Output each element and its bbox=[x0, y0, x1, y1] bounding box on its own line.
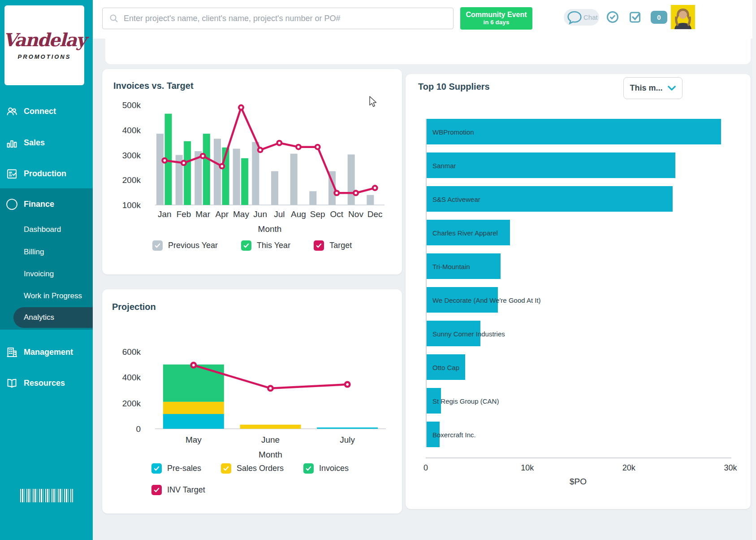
community-event-subtitle: in 6 days bbox=[484, 19, 510, 26]
checkbox-checked-icon bbox=[152, 240, 163, 251]
global-search bbox=[102, 8, 454, 29]
notification-badge[interactable]: 0 bbox=[651, 11, 667, 24]
sidebar-label: Management bbox=[24, 348, 73, 357]
svg-text:Nov: Nov bbox=[348, 209, 363, 219]
dollar-circle-icon: $ bbox=[6, 198, 18, 210]
svg-text:0: 0 bbox=[136, 424, 141, 434]
sidebar: Vandelay PROMOTIONS Connect Sales Produc… bbox=[0, 0, 93, 540]
supplier-row: WBPromotion bbox=[427, 119, 731, 144]
company-logo[interactable]: Vandelay PROMOTIONS bbox=[4, 5, 84, 85]
community-event-button[interactable]: Community Event in 6 days bbox=[460, 7, 532, 30]
supplier-row: St Regis Group (CAN) bbox=[427, 388, 731, 414]
invoices-chart-title: Invoices vs. Target bbox=[113, 81, 194, 91]
sidebar-subitem-dashboard[interactable]: Dashboard bbox=[0, 221, 93, 239]
suppliers-chart-title: Top 10 Suppliers bbox=[418, 82, 490, 92]
legend-label: Target bbox=[329, 241, 352, 250]
chat-label: Chat bbox=[583, 13, 598, 21]
supplier-label: WBPromotion bbox=[432, 128, 474, 135]
book-icon bbox=[6, 377, 18, 389]
sidebar-label: Sales bbox=[24, 138, 45, 148]
svg-text:Dec: Dec bbox=[367, 209, 383, 219]
suppliers-axis-label: $PO bbox=[426, 477, 730, 487]
svg-text:Month: Month bbox=[259, 450, 282, 459]
svg-text:June: June bbox=[261, 435, 280, 444]
sidebar-subitem-work-in-progress[interactable]: Work in Progress bbox=[0, 287, 93, 305]
legend-invoices[interactable]: Invoices bbox=[303, 463, 349, 474]
projection-legend-row1: Pre-sales Sales Orders Invoices bbox=[151, 463, 349, 474]
supplier-row: Sanmar bbox=[427, 152, 731, 178]
svg-text:Jun: Jun bbox=[253, 209, 267, 219]
invoices-chart-canvas: 100k200k300k400k500kJanFebMarAprMayJunJu… bbox=[108, 99, 393, 235]
legend-previous-year[interactable]: Previous Year bbox=[152, 240, 218, 251]
projection-chart-canvas: 0200k400k600kMayJuneJulyMonth bbox=[108, 315, 393, 465]
sidebar-sublabel: Dashboard bbox=[24, 225, 61, 234]
svg-text:Mar: Mar bbox=[195, 209, 210, 219]
checkbox-checked-icon bbox=[151, 485, 162, 495]
sidebar-item-connect[interactable]: Connect bbox=[0, 100, 93, 123]
collapsed-top-card bbox=[105, 39, 751, 64]
sidebar-sublabel: Work in Progress bbox=[24, 292, 82, 300]
period-filter-dropdown[interactable]: This m... bbox=[623, 77, 683, 99]
sidebar-item-finance[interactable]: $ Finance bbox=[0, 192, 93, 216]
legend-pre-sales[interactable]: Pre-sales bbox=[151, 463, 201, 474]
legend-inv-target[interactable]: INV Target bbox=[151, 485, 205, 495]
tasks-button[interactable] bbox=[629, 10, 642, 24]
svg-text:May: May bbox=[233, 209, 249, 219]
chevron-down-icon bbox=[667, 85, 676, 91]
sidebar-item-management[interactable]: Management bbox=[0, 340, 93, 364]
svg-text:Jan: Jan bbox=[158, 209, 172, 219]
axis-tick-label: 30k bbox=[724, 463, 737, 473]
checkbox-check-icon bbox=[629, 10, 642, 24]
sidebar-subitem-invoicing[interactable]: Invoicing bbox=[0, 265, 93, 283]
sidebar-item-sales[interactable]: Sales bbox=[0, 131, 93, 154]
supplier-label: S&S Activewear bbox=[432, 195, 480, 203]
supplier-row: Charles River Apparel bbox=[427, 220, 731, 245]
logo-subtitle: PROMOTIONS bbox=[18, 53, 71, 60]
svg-text:400k: 400k bbox=[122, 126, 141, 135]
sidebar-label: Finance bbox=[24, 200, 54, 209]
checkbox-checked-icon bbox=[314, 240, 324, 251]
svg-text:Sep: Sep bbox=[310, 209, 325, 219]
supplier-row: S&S Activewear bbox=[427, 186, 731, 212]
legend-target[interactable]: Target bbox=[314, 240, 352, 251]
supplier-bar bbox=[427, 152, 675, 178]
svg-text:100k: 100k bbox=[122, 200, 141, 210]
sidebar-item-production[interactable]: Production bbox=[0, 162, 93, 185]
suppliers-chart-canvas: WBPromotionSanmarS&S ActivewearCharles R… bbox=[426, 119, 731, 447]
checkbox-checked-icon bbox=[241, 240, 251, 251]
scrollbar[interactable] bbox=[752, 0, 756, 540]
svg-text:Apr: Apr bbox=[216, 209, 229, 219]
legend-label: INV Target bbox=[167, 485, 205, 495]
supplier-label: Sunny Corner Industries bbox=[432, 330, 505, 337]
suppliers-axis-ticks: 010k20k30k bbox=[426, 460, 730, 471]
clipboard-check-icon bbox=[6, 168, 18, 180]
supplier-label: We Decorate (And We're Good At It) bbox=[432, 296, 541, 304]
suppliers-x-axis bbox=[426, 457, 731, 458]
supplier-row: Tri-Mountain bbox=[427, 253, 731, 279]
svg-text:300k: 300k bbox=[122, 151, 141, 160]
legend-label: Invoices bbox=[319, 464, 349, 473]
sidebar-subitem-analytics[interactable]: Analytics bbox=[0, 309, 93, 327]
period-filter-label: This m... bbox=[630, 83, 662, 93]
supplier-row: Boxercraft Inc. bbox=[427, 422, 731, 447]
legend-label: This Year bbox=[257, 241, 290, 250]
chat-button[interactable]: Chat bbox=[564, 9, 599, 26]
bar-chart-icon bbox=[6, 137, 18, 149]
app-window: Vandelay PROMOTIONS Connect Sales Produc… bbox=[0, 0, 756, 540]
circle-check-icon bbox=[606, 10, 619, 24]
chat-bubble-icon bbox=[566, 10, 583, 25]
legend-label: Pre-sales bbox=[167, 464, 201, 473]
supplier-label: Tri-Mountain bbox=[432, 262, 470, 270]
legend-this-year[interactable]: This Year bbox=[241, 240, 290, 251]
legend-sales-orders[interactable]: Sales Orders bbox=[221, 463, 284, 474]
sidebar-subitem-billing[interactable]: Billing bbox=[0, 243, 93, 261]
approvals-button[interactable] bbox=[606, 10, 619, 24]
user-avatar[interactable] bbox=[671, 5, 695, 29]
checkbox-checked-icon bbox=[151, 463, 162, 474]
invoices-vs-target-card: Invoices vs. Target 100k200k300k400k500k… bbox=[102, 69, 402, 274]
search-input[interactable] bbox=[123, 13, 453, 24]
svg-text:May: May bbox=[186, 435, 202, 444]
svg-text:Aug: Aug bbox=[291, 209, 306, 219]
sidebar-item-resources[interactable]: Resources bbox=[0, 371, 93, 395]
svg-text:$: $ bbox=[10, 200, 14, 208]
